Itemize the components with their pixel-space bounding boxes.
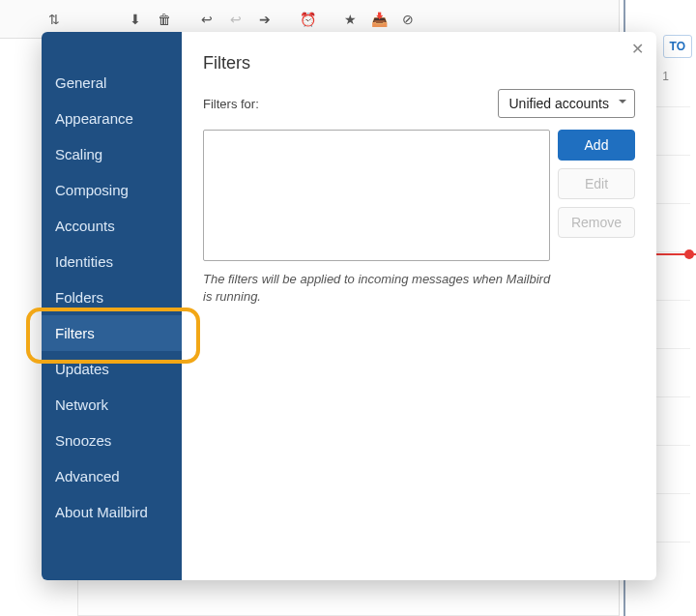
download-icon: ⬇ bbox=[124, 8, 147, 31]
settings-sidebar: General Appearance Scaling Composing Acc… bbox=[42, 32, 182, 580]
trash-icon: 🗑 bbox=[153, 8, 176, 31]
sidebar-item-label: Advanced bbox=[55, 468, 120, 484]
sidebar-item-label: Filters bbox=[55, 325, 95, 341]
panel-title: Filters bbox=[203, 53, 635, 73]
add-button[interactable]: Add bbox=[558, 130, 635, 161]
settings-modal: ✕ General Appearance Scaling Composing A… bbox=[42, 32, 656, 580]
sidebar-item-label: General bbox=[55, 74, 106, 91]
filters-for-row: Filters for: Unified accounts bbox=[203, 89, 635, 118]
sidebar-item-about[interactable]: About Mailbird bbox=[42, 494, 182, 530]
account-dropdown-value: Unified accounts bbox=[508, 96, 609, 111]
sidebar-item-folders[interactable]: Folders bbox=[42, 279, 182, 315]
filters-listbox[interactable] bbox=[203, 130, 550, 261]
edit-button: Edit bbox=[558, 168, 635, 199]
now-marker bbox=[684, 249, 694, 259]
sidebar-item-accounts[interactable]: Accounts bbox=[42, 208, 182, 244]
sidebar-item-label: Network bbox=[55, 396, 108, 413]
sidebar-item-label: Composing bbox=[55, 182, 129, 198]
sidebar-item-identities[interactable]: Identities bbox=[42, 244, 182, 279]
today-button[interactable]: TO bbox=[663, 35, 692, 58]
reply-icon: ↩ bbox=[195, 8, 218, 31]
sidebar-item-advanced[interactable]: Advanced bbox=[42, 458, 182, 494]
sidebar-item-label: Appearance bbox=[55, 110, 133, 127]
sidebar-item-label: Accounts bbox=[55, 218, 115, 234]
sidebar-item-appearance[interactable]: Appearance bbox=[42, 101, 182, 136]
sidebar-item-label: About Mailbird bbox=[55, 504, 148, 520]
calendar-badge: 1 bbox=[662, 70, 669, 83]
sort-icon: ⇅ bbox=[43, 8, 66, 31]
account-dropdown[interactable]: Unified accounts bbox=[498, 89, 635, 118]
sidebar-item-scaling[interactable]: Scaling bbox=[42, 136, 182, 172]
forward-icon: ➔ bbox=[253, 8, 276, 31]
sidebar-item-updates[interactable]: Updates bbox=[42, 351, 182, 387]
sidebar-item-label: Folders bbox=[55, 289, 103, 306]
remove-button: Remove bbox=[558, 207, 635, 238]
sidebar-item-label: Snoozes bbox=[55, 432, 111, 449]
archive-icon: 📥 bbox=[367, 8, 391, 31]
sidebar-item-label: Identities bbox=[55, 253, 113, 270]
sidebar-item-label: Updates bbox=[55, 361, 109, 377]
filters-hint: The filters will be applied to incoming … bbox=[203, 271, 561, 306]
filter-buttons: Add Edit Remove bbox=[558, 130, 635, 261]
filters-body: Add Edit Remove bbox=[203, 130, 635, 261]
filters-panel: Filters Filters for: Unified accounts Ad… bbox=[182, 32, 656, 580]
sidebar-item-filters[interactable]: Filters bbox=[42, 315, 182, 351]
sidebar-item-composing[interactable]: Composing bbox=[42, 172, 182, 208]
reply-all-icon: ↩ bbox=[224, 8, 247, 31]
sidebar-item-network[interactable]: Network bbox=[42, 387, 182, 423]
clock-icon: ⏰ bbox=[296, 8, 319, 31]
sidebar-item-general[interactable]: General bbox=[42, 65, 182, 101]
filters-for-label: Filters for: bbox=[203, 97, 259, 111]
sidebar-item-label: Scaling bbox=[55, 146, 102, 162]
block-icon: ⊘ bbox=[396, 8, 420, 31]
star-icon: ★ bbox=[338, 8, 362, 31]
sidebar-item-snoozes[interactable]: Snoozes bbox=[42, 423, 182, 458]
